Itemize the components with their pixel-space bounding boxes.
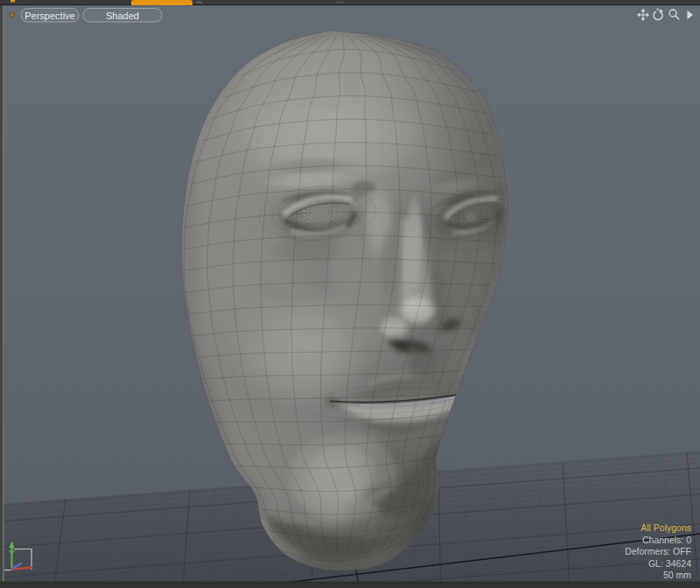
svg-text:Shaded: Shaded [106,10,139,21]
svg-text:Perspective: Perspective [24,10,74,21]
svg-text:Channels: 0: Channels: 0 [642,535,691,545]
svg-text:All Polygons: All Polygons [640,522,691,533]
svg-text:50 mm: 50 mm [663,570,691,580]
svg-text:Deformers: OFF: Deformers: OFF [625,546,691,556]
svg-text:GL: 34624: GL: 34624 [648,558,691,569]
